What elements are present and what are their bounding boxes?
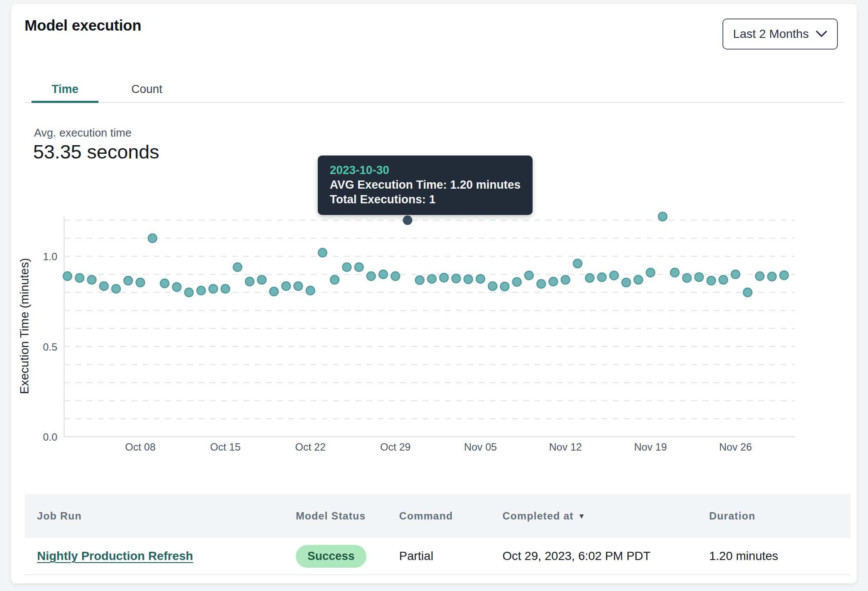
data-point[interactable] bbox=[743, 288, 752, 297]
data-point[interactable] bbox=[658, 212, 667, 221]
data-point[interactable] bbox=[136, 278, 145, 287]
data-point[interactable] bbox=[464, 275, 473, 283]
x-tick-label: Nov 12 bbox=[549, 441, 582, 453]
data-point[interactable] bbox=[355, 263, 363, 271]
x-tick-label: Nov 19 bbox=[634, 441, 667, 453]
data-point[interactable] bbox=[622, 278, 630, 287]
y-tick-label: 0.0 bbox=[43, 431, 57, 443]
data-point[interactable] bbox=[488, 282, 497, 290]
data-point[interactable] bbox=[525, 271, 533, 280]
completed-at-cell: Oct 29, 2023, 6:02 PM PDT bbox=[490, 549, 697, 563]
data-point[interactable] bbox=[63, 272, 72, 280]
data-point[interactable] bbox=[512, 277, 521, 286]
data-point[interactable] bbox=[695, 273, 704, 281]
data-point[interactable] bbox=[87, 275, 96, 284]
data-point[interactable] bbox=[379, 270, 388, 279]
table-header-row: Job Run Model Status Command Completed a… bbox=[25, 494, 851, 538]
x-tick-label: Oct 15 bbox=[210, 441, 241, 453]
data-point[interactable] bbox=[306, 286, 315, 295]
y-tick-label: 1.0 bbox=[43, 251, 57, 262]
data-point-highlighted[interactable] bbox=[403, 215, 412, 225]
column-header-duration[interactable]: Duration bbox=[697, 510, 851, 522]
model-execution-card: Model execution Last 2 Months Time Count… bbox=[11, 3, 857, 584]
data-point[interactable] bbox=[257, 275, 266, 284]
tooltip-date: 2023-10-30 bbox=[330, 163, 521, 177]
data-point[interactable] bbox=[343, 263, 351, 271]
data-point[interactable] bbox=[537, 280, 546, 288]
column-header-model-status[interactable]: Model Status bbox=[283, 510, 387, 522]
data-point[interactable] bbox=[440, 273, 448, 282]
x-tick-label: Oct 08 bbox=[125, 441, 156, 453]
job-run-link[interactable]: Nightly Production Refresh bbox=[37, 549, 193, 563]
data-point[interactable] bbox=[282, 282, 290, 290]
data-point[interactable] bbox=[476, 274, 485, 283]
tab-time[interactable]: Time bbox=[31, 78, 99, 100]
data-point[interactable] bbox=[330, 275, 339, 284]
x-tick-label: Oct 22 bbox=[295, 441, 326, 453]
data-point[interactable] bbox=[428, 274, 436, 283]
data-point[interactable] bbox=[719, 275, 728, 284]
data-point[interactable] bbox=[318, 249, 327, 257]
y-tick-label: 0.5 bbox=[43, 341, 57, 353]
data-point[interactable] bbox=[707, 277, 716, 285]
x-tick-label: Oct 29 bbox=[380, 441, 411, 453]
chevron-down-icon bbox=[816, 31, 827, 37]
date-range-value: Last 2 Months bbox=[733, 27, 809, 41]
column-header-job-run[interactable]: Job Run bbox=[25, 510, 283, 522]
command-cell: Partial bbox=[387, 549, 490, 563]
column-header-command[interactable]: Command bbox=[387, 510, 490, 522]
data-point[interactable] bbox=[221, 284, 229, 293]
data-point[interactable] bbox=[574, 259, 582, 268]
tab-count[interactable]: Count bbox=[121, 78, 173, 100]
data-point[interactable] bbox=[197, 286, 205, 295]
page-title: Model execution bbox=[25, 17, 141, 34]
data-point[interactable] bbox=[245, 277, 254, 286]
data-point[interactable] bbox=[124, 277, 133, 285]
avg-execution-time-value: 53.35 seconds bbox=[33, 141, 159, 163]
data-point[interactable] bbox=[780, 271, 788, 280]
data-point[interactable] bbox=[148, 234, 157, 243]
execution-time-scatter-chart: 0.00.51.0Oct 08Oct 15Oct 22Oct 29Nov 05N… bbox=[11, 199, 858, 474]
data-point[interactable] bbox=[756, 272, 764, 280]
data-point[interactable] bbox=[731, 270, 740, 279]
data-point[interactable] bbox=[112, 284, 121, 293]
column-header-completed-at[interactable]: Completed at▼ bbox=[490, 510, 697, 522]
page: Model execution Last 2 Months Time Count… bbox=[0, 0, 868, 591]
data-point[interactable] bbox=[415, 276, 424, 284]
x-tick-label: Nov 26 bbox=[719, 441, 752, 453]
data-point[interactable] bbox=[294, 282, 303, 290]
data-point[interactable] bbox=[209, 284, 217, 293]
date-range-dropdown[interactable]: Last 2 Months bbox=[722, 19, 838, 50]
data-point[interactable] bbox=[500, 282, 509, 291]
data-point[interactable] bbox=[185, 288, 193, 297]
data-point[interactable] bbox=[670, 268, 679, 277]
data-point[interactable] bbox=[173, 283, 181, 291]
chart-svg[interactable]: 0.00.51.0Oct 08Oct 15Oct 22Oct 29Nov 05N… bbox=[11, 199, 858, 474]
data-point[interactable] bbox=[610, 271, 618, 280]
data-point[interactable] bbox=[549, 277, 558, 286]
data-point[interactable] bbox=[160, 279, 169, 288]
data-point[interactable] bbox=[270, 287, 278, 296]
data-point[interactable] bbox=[391, 272, 400, 280]
data-point[interactable] bbox=[634, 275, 643, 284]
data-point[interactable] bbox=[561, 275, 570, 284]
data-point[interactable] bbox=[452, 274, 460, 283]
chart-tooltip: 2023-10-30 AVG Execution Time: 1.20 minu… bbox=[318, 156, 533, 215]
data-point[interactable] bbox=[586, 274, 594, 282]
x-tick-label: Nov 05 bbox=[464, 441, 497, 453]
data-point[interactable] bbox=[768, 272, 776, 281]
data-point[interactable] bbox=[367, 272, 375, 280]
data-point[interactable] bbox=[75, 274, 84, 282]
table-row: Nightly Production Refresh Success Parti… bbox=[25, 538, 851, 575]
tooltip-avg-line: AVG Execution Time: 1.20 minutes bbox=[330, 177, 521, 192]
data-point[interactable] bbox=[598, 273, 606, 282]
tooltip-total-line: Total Executions: 1 bbox=[330, 192, 521, 207]
avg-execution-time-label: Avg. execution time bbox=[34, 126, 131, 140]
data-point[interactable] bbox=[233, 263, 242, 271]
y-axis-title: Execution Time (minutes) bbox=[18, 258, 31, 394]
data-point[interactable] bbox=[682, 274, 691, 282]
active-tab-indicator bbox=[31, 101, 99, 103]
sort-desc-icon: ▼ bbox=[578, 512, 586, 520]
data-point[interactable] bbox=[646, 268, 655, 277]
data-point[interactable] bbox=[99, 282, 108, 290]
